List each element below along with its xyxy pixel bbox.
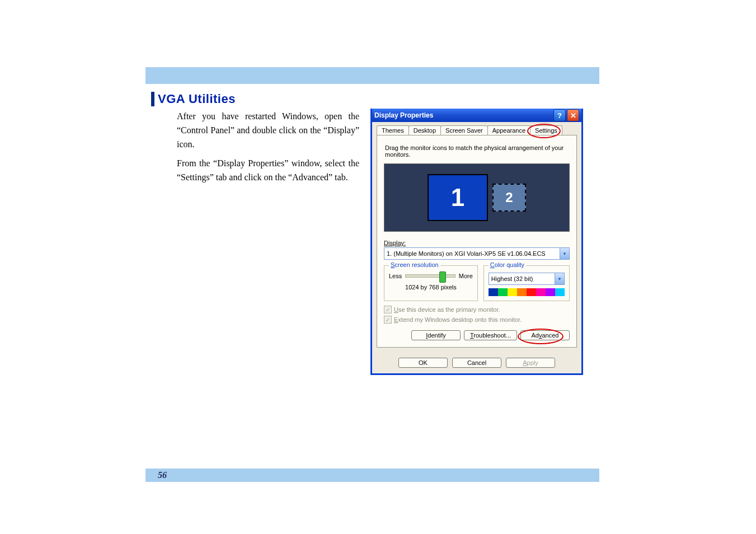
color-swatch <box>536 288 546 296</box>
color-quality-legend: Color quality <box>489 261 526 268</box>
titlebar[interactable]: Display Properties ? ✕ <box>372 109 581 122</box>
close-icon: ✕ <box>570 111 576 120</box>
monitor-arrangement-area[interactable]: 1 2 <box>384 163 570 232</box>
paragraph-1: After you have restarted Windows, open t… <box>177 110 359 151</box>
tab-screen-saver-label: Screen Saver <box>445 127 483 134</box>
color-swatch <box>546 288 555 296</box>
slider-less-label: Less <box>389 273 402 279</box>
apply-button: Apply <box>506 358 555 368</box>
extend-desktop-check: ✓ Extend my Windows desktop onto this mo… <box>384 316 570 324</box>
tab-desktop-label: Desktop <box>414 127 436 134</box>
settings-tab-body: Drag the monitor icons to match the phys… <box>377 135 577 348</box>
color-preview-strip <box>489 288 565 296</box>
screen-resolution-legend: SScreen resolutioncreen resolution <box>389 261 440 268</box>
window-title: Display Properties <box>374 111 433 119</box>
color-quality-combo[interactable]: Highest (32 bit) ▼ <box>489 273 565 285</box>
top-color-band <box>145 67 599 84</box>
tab-settings[interactable]: Settings <box>530 125 562 135</box>
monitor-2[interactable]: 2 <box>492 184 526 212</box>
identify-button[interactable]: Identify <box>411 330 461 340</box>
monitor-checkboxes: ✓ Use this device as the primary monitor… <box>384 306 570 324</box>
settings-button-row: Identify Troubleshoot... Advanced <box>384 330 570 340</box>
tab-appearance-label: Appearance <box>492 127 525 134</box>
section-heading: VGA Utilities <box>158 92 236 106</box>
troubleshoot-button[interactable]: Troubleshoot... <box>464 330 517 340</box>
display-combo[interactable]: 1. (Multiple Monitors) on XGI Volari-XP5… <box>384 247 570 260</box>
tab-themes[interactable]: Themes <box>377 125 409 135</box>
tab-settings-label: Settings <box>535 127 557 134</box>
color-swatch <box>555 288 565 296</box>
chevron-glyph: ▼ <box>562 251 567 256</box>
heading-accent-bar <box>151 92 154 106</box>
help-icon: ? <box>557 111 562 120</box>
manual-page: VGA Utilities After you have restarted W… <box>0 0 756 534</box>
tab-appearance[interactable]: Appearance <box>487 125 530 135</box>
slider-thumb[interactable] <box>439 271 446 283</box>
resolution-slider-row: Less More <box>389 273 473 279</box>
screen-resolution-group: SScreen resolutioncreen resolution Less … <box>384 265 478 301</box>
color-quality-value: Highest (32 bit) <box>489 274 555 283</box>
color-quality-group: Color quality Highest (32 bit) ▼ <box>483 265 570 301</box>
tab-strip: Themes Desktop Screen Saver Appearance S… <box>372 122 581 135</box>
slider-more-label: More <box>459 273 473 279</box>
monitor-2-label: 2 <box>505 190 513 205</box>
checkbox-icon: ✓ <box>384 306 392 313</box>
resolution-color-row: SScreen resolutioncreen resolution Less … <box>384 265 570 301</box>
display-combo-value: 1. (Multiple Monitors) on XGI Volari-XP5… <box>384 249 560 258</box>
chevron-down-icon[interactable]: ▼ <box>555 273 564 284</box>
body-text: After you have restarted Windows, open t… <box>177 110 359 185</box>
tab-themes-label: Themes <box>382 127 404 134</box>
display-properties-dialog: Display Properties ? ✕ Themes Desktop Sc… <box>370 109 583 375</box>
tab-screen-saver[interactable]: Screen Saver <box>440 125 488 135</box>
tab-desktop[interactable]: Desktop <box>408 125 441 135</box>
bottom-color-band <box>179 469 599 482</box>
color-swatch <box>527 288 536 296</box>
advanced-button[interactable]: Advanced <box>520 330 570 340</box>
primary-monitor-check: ✓ Use this device as the primary monitor… <box>384 306 570 313</box>
cancel-button[interactable]: Cancel <box>452 358 501 368</box>
paragraph-2: From the “Display Properties” window, se… <box>177 157 359 185</box>
display-label-text: Display: <box>384 240 406 246</box>
display-label: Display: <box>384 240 570 246</box>
monitor-1-label: 1 <box>451 184 464 212</box>
close-button[interactable]: ✕ <box>567 109 579 121</box>
chevron-glyph: ▼ <box>557 277 562 282</box>
color-swatch <box>517 288 527 296</box>
color-swatch <box>508 288 517 296</box>
primary-monitor-label: Use this device as the primary monitor. <box>394 306 500 313</box>
extend-desktop-label: Extend my Windows desktop onto this moni… <box>394 316 522 323</box>
checkbox-icon: ✓ <box>384 316 392 324</box>
resolution-slider[interactable] <box>405 274 456 278</box>
color-swatch <box>489 288 498 296</box>
ok-button[interactable]: OK <box>398 358 448 368</box>
arrangement-instruction: Drag the monitor icons to match the phys… <box>385 144 569 158</box>
chevron-down-icon[interactable]: ▼ <box>560 248 569 259</box>
heading-row: VGA Utilities <box>151 92 582 106</box>
dialog-button-row: OK Cancel Apply <box>372 352 581 373</box>
color-swatch <box>498 288 508 296</box>
page-number: 56 <box>145 469 179 482</box>
monitor-1[interactable]: 1 <box>428 174 488 221</box>
help-button[interactable]: ? <box>553 109 566 121</box>
resolution-value: 1024 by 768 pixels <box>389 284 473 291</box>
